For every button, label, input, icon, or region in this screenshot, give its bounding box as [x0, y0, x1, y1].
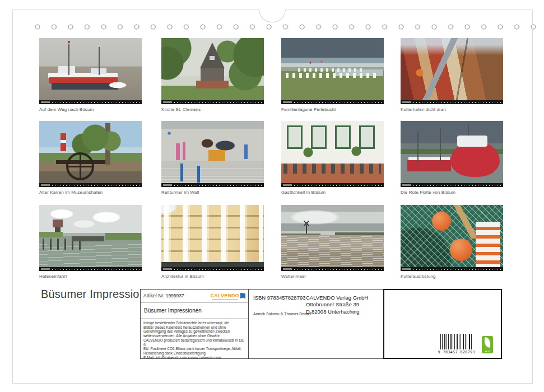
calendar-thumbnail: Kutterhafen dicht dran [401, 38, 503, 112]
mini-date-strip [281, 267, 384, 271]
calvendo-logo-text: CALVENDO [211, 293, 239, 298]
thumbnail-photo-restaurant [281, 121, 384, 187]
mini-date-strip [161, 267, 264, 271]
thumbnail-photo-red-fleet [401, 121, 503, 187]
thumbnail-caption: Alter Karren im Museumshafen [39, 190, 142, 195]
mini-date-strip [161, 183, 264, 187]
mini-date-strip [39, 183, 142, 187]
thumbnail-caption: Gastlichkeit in Büsum [281, 190, 384, 195]
article-number-row: Artikel-Nr. 1996937 CALVENDO [141, 290, 248, 302]
publisher-column: ISBN 9783457828793 CALVENDO Verlag GmbH … [249, 289, 383, 359]
calendar-thumbnail: Wattenmeer [281, 205, 384, 279]
thumbnail-caption: Architektur in Büsum [161, 274, 264, 279]
calendar-thumbnail: Kutterausrüstung [401, 205, 503, 279]
thumbnail-photo-wadden-sea [281, 205, 384, 271]
thumbnail-photo-lagoon [281, 38, 384, 104]
calendar-thumbnail: Auf dem Weg nach Büsum [39, 38, 142, 112]
eco-label: eco [482, 349, 493, 353]
isbn-number: ISBN 9783457828793 [253, 295, 306, 301]
thumbnail-photo-church [161, 38, 264, 104]
calendar-thumbnail: Familienlagune Perlebucht [281, 38, 384, 112]
mini-date-strip [39, 267, 142, 271]
article-info-column: Artikel-Nr. 1996937 CALVENDO Büsumer Imp… [140, 289, 249, 359]
mini-date-strip [401, 267, 503, 271]
thumbnail-photo-cutters [401, 38, 503, 104]
authors: Annick Salomo & Thomas Becker [253, 312, 311, 316]
calendar-thumbnail: Architektur in Büsum [161, 205, 264, 279]
calendar-thumbnail: Gastlichkeit in Büsum [281, 121, 384, 195]
mini-date-strip [401, 183, 503, 187]
thumbnail-photo-harbour-entrance [39, 205, 142, 271]
calendar-thumbnail: Reitturnier im Watt [161, 121, 264, 195]
calendar-thumbnail: Alter Karren im Museumshafen [39, 121, 142, 195]
mini-date-strip [39, 100, 142, 104]
barcode: 9 783457 828793 [438, 334, 475, 354]
calendar-title-cell: Büsumer Impressionen [141, 302, 248, 319]
mini-date-strip [401, 100, 503, 104]
thumbnail-caption: Auf dem Weg nach Büsum [39, 107, 142, 112]
publisher-address: CALVENDO Verlag GmbH Ottobrunner Straße … [306, 295, 368, 315]
info-table: Artikel-Nr. 1996937 CALVENDO Büsumer Imp… [140, 289, 502, 359]
article-number: Artikel-Nr. 1996937 [143, 293, 184, 298]
calendar-thumbnail: Hafeneinfahrt [39, 205, 142, 279]
calvendo-logo-icon [240, 293, 245, 299]
thumbnail-caption: Wattenmeer [281, 274, 384, 279]
thumbnail-photo-equipment [401, 205, 503, 271]
mini-date-strip [281, 183, 384, 187]
thumbnail-caption: Familienlagune Perlebucht [281, 107, 384, 112]
barcode-bars [440, 334, 473, 349]
barcode-digits: 9 783457 828793 [438, 350, 475, 354]
mini-date-strip [281, 100, 384, 104]
spiral-binding-holes [34, 24, 540, 30]
calendar-thumbnail: Kirche St. Clemens [161, 38, 264, 112]
thumbnail-photo-cart [39, 121, 142, 187]
thumbnail-caption: Hafeneinfahrt [39, 274, 142, 279]
thumbnail-photo-architecture [161, 205, 264, 271]
calendar-thumbnail: Die Rote Flotte von Büsum [401, 121, 503, 195]
thumbnail-caption: Kutterausrüstung [401, 274, 503, 279]
thumbnail-caption: Die Rote Flotte von Büsum [401, 190, 503, 195]
thumbnail-caption: Kirche St. Clemens [161, 107, 264, 112]
mini-date-strip [161, 100, 264, 104]
eco-leaf-icon [483, 337, 492, 348]
eco-badge: eco [482, 336, 493, 353]
thumbnail-caption: Kutterhafen dicht dran [401, 107, 503, 112]
thumbnail-photo-tournament [161, 121, 264, 187]
legal-text: Infolge bestehender Schutzrechte ist es … [141, 319, 248, 358]
thumbnail-photo-ship [39, 38, 142, 104]
barcode-box: 9 783457 828793 eco [383, 289, 502, 359]
thumbnail-caption: Reitturnier im Watt [161, 190, 264, 195]
calvendo-logo: CALVENDO [211, 293, 245, 299]
